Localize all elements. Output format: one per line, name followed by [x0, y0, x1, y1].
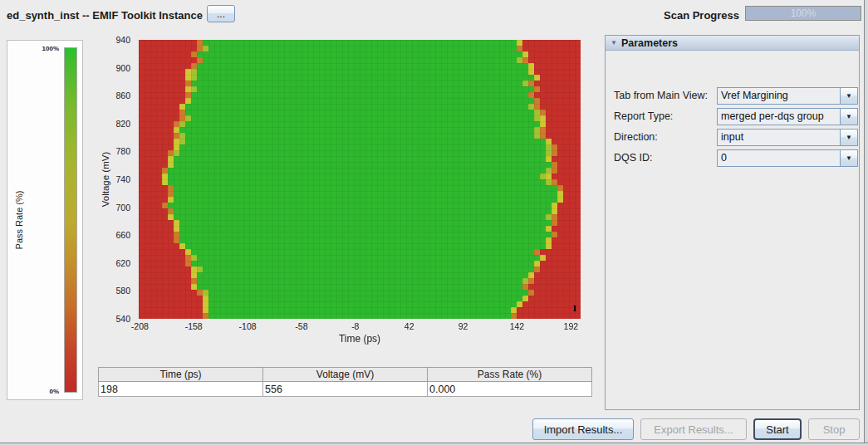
collapse-triangle-icon: ▼ [611, 39, 617, 46]
dqs-id-dropdown[interactable]: 0 ▼ [717, 149, 858, 167]
dropdown-selected-value: merged per-dqs group [718, 109, 840, 125]
dropdown-selected-value: 0 [718, 150, 840, 166]
tab-from-main-view-dropdown[interactable]: Vref Margining ▼ [717, 87, 858, 105]
scan-progress-value: 100% [746, 7, 861, 20]
y-tick-540: 540 [115, 314, 130, 324]
param-row-report-type: Report Type: merged per-dqs group ▼ [606, 108, 859, 125]
y-tick-940: 940 [115, 35, 130, 45]
dropdown-selected-value: input [718, 130, 840, 145]
eye-heatmap[interactable] [139, 40, 581, 319]
parameters-panel: ▼ Parameters Tab from Main View: Vref Ma… [605, 35, 860, 410]
x-tick--108: -108 [239, 321, 257, 331]
x-tick-92: 92 [459, 321, 468, 331]
import-results-button[interactable]: Import Results... [532, 418, 634, 440]
x-tick-192: 192 [564, 321, 579, 331]
x-tick-142: 142 [510, 321, 525, 331]
report-type-dropdown[interactable]: merged per-dqs group ▼ [717, 108, 858, 125]
y-tick-860: 860 [115, 90, 130, 100]
y-tick-780: 780 [115, 146, 130, 156]
param-row-direction: Direction: input ▼ [606, 129, 859, 146]
parameters-title: Parameters [621, 37, 678, 49]
chevron-down-icon[interactable]: ▼ [840, 150, 857, 166]
pass-rate-legend-panel: 100% 0% Pass Rate (%) [7, 40, 83, 400]
readout-passrate-value: 0.000 [428, 382, 592, 397]
legend-max-label: 100% [42, 45, 59, 52]
readout-time-value: 198 [99, 382, 263, 397]
chevron-down-icon[interactable]: ▼ [840, 88, 857, 104]
y-tick-740: 740 [115, 174, 130, 184]
dropdown-selected-value: Vref Margining [718, 88, 840, 104]
x-tick--8: -8 [351, 321, 359, 331]
x-tick--208: -208 [131, 321, 149, 331]
readout-voltage-value: 556 [263, 382, 428, 397]
x-tick--158: -158 [185, 321, 203, 331]
scan-progress-label: Scan Progress [664, 9, 739, 22]
window-title: ed_synth_inst -- EMIF Toolkit Instance [7, 9, 203, 22]
parameters-header[interactable]: ▼ Parameters [606, 36, 859, 51]
y-tick-900: 900 [115, 63, 130, 73]
chevron-down-icon[interactable]: ▼ [840, 109, 857, 125]
direction-dropdown[interactable]: input ▼ [717, 129, 858, 146]
y-tick-820: 820 [115, 119, 130, 129]
y-tick-580: 580 [115, 286, 130, 296]
readout-table: Time (ps) Voltage (mV) Pass Rate (%) 198… [98, 367, 592, 397]
window-right-edge [864, 0, 868, 445]
readout-header-passrate: Pass Rate (%) [428, 368, 592, 382]
y-tick-620: 620 [115, 258, 130, 268]
x-tick-42: 42 [405, 321, 414, 331]
y-axis-ticks: 940900860820780740700660620580540 [94, 40, 134, 319]
readout-value-row: 198 556 0.000 [99, 382, 592, 397]
action-button-row: Import Results... Export Results... Star… [532, 418, 860, 440]
param-label-direction: Direction: [614, 129, 658, 146]
x-axis-label: Time (ps) [339, 333, 380, 345]
instance-options-button[interactable]: ... [207, 5, 235, 22]
readout-header-row: Time (ps) Voltage (mV) Pass Rate (%) [99, 368, 592, 382]
y-tick-660: 660 [115, 230, 130, 240]
export-results-button[interactable]: Export Results... [640, 418, 747, 440]
x-tick--58: -58 [295, 321, 307, 331]
param-row-dqs-id: DQS ID: 0 ▼ [606, 149, 859, 167]
param-label-report-type: Report Type: [614, 108, 673, 125]
pass-rate-gradient-bar [64, 47, 77, 393]
readout-header-time: Time (ps) [99, 368, 263, 382]
param-label-tab-from-main-view: Tab from Main View: [614, 87, 708, 105]
x-axis-ticks: -208-158-108-58-84292142192 [139, 321, 581, 333]
eye-diagram-plot[interactable]: I [139, 40, 581, 319]
y-tick-700: 700 [115, 203, 130, 213]
emif-toolkit-window: ed_synth_inst -- EMIF Toolkit Instance .… [0, 0, 868, 445]
start-button[interactable]: Start [753, 418, 802, 440]
legend-axis-label: Pass Rate (%) [14, 191, 24, 250]
readout-header-voltage: Voltage (mV) [263, 368, 428, 382]
param-row-tab-from-main-view: Tab from Main View: Vref Margining ▼ [606, 87, 859, 105]
legend-min-label: 0% [49, 388, 59, 395]
param-label-dqs-id: DQS ID: [614, 149, 653, 167]
scan-progress-bar: 100% [745, 6, 861, 21]
chevron-down-icon[interactable]: ▼ [840, 130, 857, 145]
selected-cell-marker: I [573, 303, 577, 312]
stop-button[interactable]: Stop [808, 418, 860, 440]
